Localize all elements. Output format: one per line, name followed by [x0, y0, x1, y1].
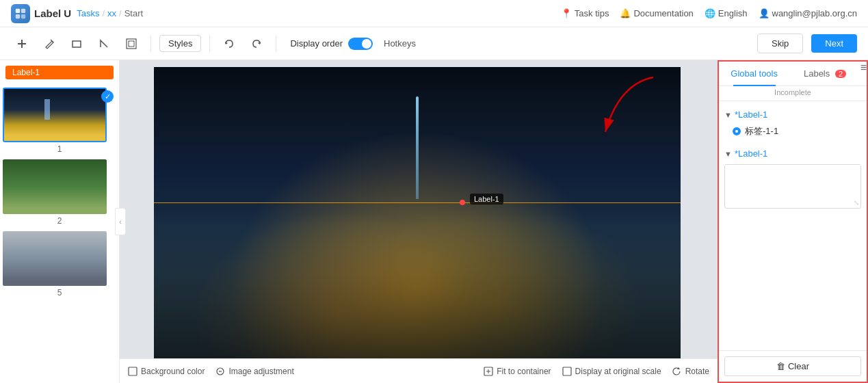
chevron-down-icon-2: ▼	[724, 150, 732, 158]
trash-icon: 🗑	[776, 361, 785, 371]
breadcrumb: Tasks / xx / Start	[77, 8, 143, 18]
rect-tool-button[interactable]	[66, 33, 88, 55]
svg-rect-1	[21, 8, 25, 12]
nav-right: 📍 Task tips 🔔 Documentation 🌐 English 👤 …	[561, 8, 857, 18]
panel-footer: 🗑 Clear	[719, 350, 867, 382]
pen-tool-button[interactable]	[38, 33, 60, 55]
bell-icon: 🔔	[620, 8, 631, 18]
main-canvas: Label-1	[154, 67, 681, 361]
toolbar-right: Skip Next	[757, 34, 857, 53]
panel-menu-icon[interactable]: ≡	[860, 62, 867, 85]
canvas-area[interactable]: Label-1 Background color	[120, 60, 718, 383]
task-tips-link[interactable]: 📍 Task tips	[561, 8, 609, 18]
thumbnail-item-2[interactable]: 2	[3, 159, 116, 226]
bottom-bar: Background color Image adjustment Fit to…	[120, 358, 718, 383]
label-group-1-header[interactable]: ▼ *Label-1	[724, 107, 861, 122]
display-original-scale-button[interactable]: Display at original scale	[562, 367, 661, 376]
user-menu[interactable]: 👤 wanglin@pjlab.org.cn	[759, 8, 858, 18]
fit-to-container-button[interactable]: Fit to container	[484, 367, 551, 376]
adjustment-icon	[215, 367, 225, 376]
next-button[interactable]: Next	[811, 34, 857, 53]
thumb-number-5: 5	[3, 288, 116, 298]
breadcrumb-tasks[interactable]: Tasks	[77, 8, 99, 18]
display-order-toggle: Display order	[290, 38, 373, 50]
crosshair-line	[154, 202, 681, 203]
documentation-link[interactable]: 🔔 Documentation	[620, 8, 693, 18]
hotkeys-button[interactable]: Hotkeys	[378, 36, 421, 51]
thumbnail-list: ✓ 1 2 5	[0, 85, 119, 306]
label-item-text: 标签-1-1	[745, 125, 778, 137]
thumb-number-1: 1	[3, 144, 116, 154]
background-color-button[interactable]: Background color	[128, 367, 205, 376]
tab-global-tools[interactable]: Global tools	[719, 62, 789, 85]
right-panel: Global tools Labels 2 ≡ Incomplete ▼ *La…	[718, 60, 868, 383]
label-textarea[interactable]	[725, 165, 860, 206]
thumbnail-image-5	[3, 231, 107, 286]
label-section-2-title: *Label-1	[735, 148, 767, 159]
annotation-dot	[460, 200, 465, 205]
label-section-2: ▼ *Label-1 ⤡	[724, 146, 861, 209]
scale-icon	[562, 367, 572, 376]
label-section-2-header[interactable]: ▼ *Label-1	[724, 146, 861, 161]
bottom-right: Fit to container Display at original sca…	[484, 367, 709, 376]
breadcrumb-xx[interactable]: xx	[107, 8, 116, 18]
rotate-button[interactable]: Rotate	[672, 367, 709, 376]
svg-rect-8	[127, 39, 136, 49]
rotate-icon	[672, 367, 682, 376]
undo-button[interactable]	[218, 33, 240, 55]
divider-3	[276, 36, 276, 52]
panel-tabs: Global tools Labels 2 ≡	[719, 62, 867, 86]
logo-icon	[11, 4, 30, 23]
svg-rect-7	[73, 41, 81, 47]
styles-button[interactable]: Styles	[159, 35, 201, 52]
label-group-1: ▼ *Label-1 标签-1-1	[724, 107, 861, 140]
svg-rect-3	[21, 14, 25, 18]
background-icon	[128, 367, 137, 376]
display-order-switch[interactable]	[348, 38, 373, 50]
user-icon: 👤	[759, 8, 770, 18]
thumb-number-2: 2	[3, 216, 116, 226]
language-selector[interactable]: 🌐 English	[705, 8, 748, 18]
thumbnail-image-2	[3, 159, 107, 214]
radio-selected	[733, 127, 741, 135]
annotation-label: Label-1	[470, 194, 503, 204]
frame-tool-button[interactable]	[120, 33, 142, 55]
label-tag: Label-1	[5, 66, 114, 79]
svg-rect-13	[129, 367, 137, 375]
panel-body: ▼ *Label-1 标签-1-1 ▼ *Label-1 ⤡	[719, 101, 867, 350]
image-adjustment-button[interactable]: Image adjustment	[215, 367, 293, 376]
logo-text: Label U	[34, 8, 71, 19]
clear-button[interactable]: 🗑 Clear	[724, 356, 861, 376]
svg-rect-2	[16, 14, 20, 18]
left-panel: Label-1 ✓ 1 2	[0, 60, 120, 383]
thumbnail-item[interactable]: ✓ 1	[3, 88, 116, 154]
svg-rect-9	[129, 41, 134, 47]
main-layout: Label-1 ✓ 1 2	[0, 60, 868, 383]
collapse-panel-button[interactable]: ‹	[115, 208, 126, 235]
fit-icon	[484, 367, 493, 376]
add-tool-button[interactable]	[11, 33, 33, 55]
svg-rect-19	[563, 367, 571, 375]
top-nav: Label U Tasks / xx / Start 📍 Task tips 🔔…	[0, 0, 868, 27]
svg-rect-0	[16, 8, 20, 12]
label-textarea-wrapper: ⤡	[724, 164, 861, 209]
skip-button[interactable]: Skip	[757, 34, 803, 53]
thumb-check-1: ✓	[101, 90, 114, 103]
thumbnail-image-1	[3, 88, 107, 142]
label-group-1-title: *Label-1	[735, 109, 767, 120]
angle-tool-button[interactable]	[93, 33, 115, 55]
resize-handle: ⤡	[854, 199, 859, 207]
display-order-label: Display order	[290, 38, 343, 49]
thumbnail-item-5[interactable]: 5	[3, 231, 116, 298]
tab-labels[interactable]: Labels 2	[789, 62, 860, 85]
label-group-1-item[interactable]: 标签-1-1	[724, 122, 861, 140]
divider-2	[209, 36, 210, 52]
app-logo: Label U	[11, 4, 71, 23]
toolbar: Styles Display order Hotkeys Skip Next	[0, 27, 868, 60]
divider-1	[150, 36, 151, 52]
labels-count-badge: 2	[835, 70, 846, 78]
chevron-down-icon-1: ▼	[724, 111, 732, 119]
breadcrumb-start: Start	[124, 8, 143, 18]
arrow-indicator	[564, 70, 660, 159]
redo-button[interactable]	[246, 33, 267, 55]
